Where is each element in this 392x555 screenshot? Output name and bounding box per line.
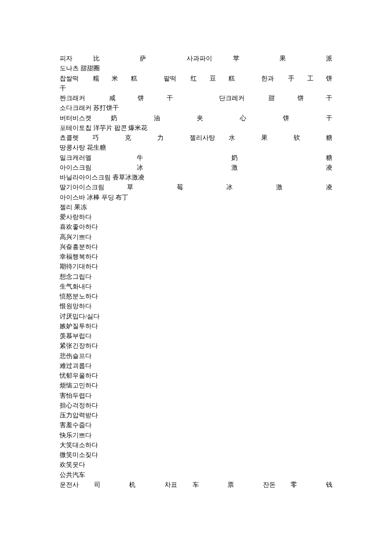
text-line: 쵸콜렛 巧 克 力 젤리사탕 水 果 软 糖	[60, 133, 332, 143]
text-line: 피자 比 萨 사과파이 苹 果 派	[60, 54, 332, 64]
text-line: 젤리 果冻	[60, 202, 332, 212]
text-line: 微笑미소짖다	[60, 450, 332, 460]
text-line: 兴奋흥분하다	[60, 242, 332, 252]
text-line: 아이스크림 冰 激 凌	[60, 163, 332, 173]
text-line: 땅콩사탕 花生糖	[60, 143, 332, 153]
text-line: 羡慕부럽다	[60, 331, 332, 341]
text-line: 悲伤슬프다	[60, 351, 332, 361]
text-line: 幸福행복하다	[60, 252, 332, 262]
text-line: 想念그립다	[60, 272, 332, 282]
text-line: 烦恼고민하다	[60, 381, 332, 390]
text-line: 欢笑웃다	[60, 460, 332, 470]
text-line: 生气화내다	[60, 282, 332, 292]
text-line: 喜欢좋아하다	[60, 222, 332, 232]
text-line: 버터비스켓 奶 油 夹 心 饼 干	[60, 113, 332, 123]
text-line: 바닐라아이스크림 香草冰激凌	[60, 173, 332, 182]
text-line: 爱사랑하다	[60, 212, 332, 222]
text-line: 밀크캐러멜 牛 奶 糖	[60, 153, 332, 163]
text-line: 운전사 司 机 차표 车 票 잔돈 零 钱	[60, 480, 332, 490]
text-line: 高兴기쁘다	[60, 232, 332, 242]
document-body: 피자 比 萨 사과파이 苹 果 派도나츠 甜甜圈찹쌀떡 糯米糕 팥떡 红豆糕 한…	[60, 54, 332, 490]
text-line: 期待기대하다	[60, 262, 332, 272]
text-line: 压力압력받다	[60, 410, 332, 420]
text-line: 恨원망하다	[60, 301, 332, 311]
text-line: 찹쌀떡 糯米糕 팥떡 红豆糕 한과 手工饼	[60, 74, 332, 84]
text-line: 难过괴롭다	[60, 361, 332, 371]
text-line: 嫉妒질투하다	[60, 321, 332, 331]
text-line: 快乐기쁘다	[60, 431, 332, 440]
text-line: 소다크래커 苏打饼干	[60, 103, 332, 113]
text-line: 大笑대소하다	[60, 440, 332, 450]
text-line: 害羞수줍다	[60, 420, 332, 430]
text-line: 짠크래커 咸饼干 단크레커 甜饼干	[60, 93, 332, 103]
text-line: 아이스바 冰棒 푸딩 布丁	[60, 193, 332, 202]
document-page: 피자 比 萨 사과파이 苹 果 派도나츠 甜甜圈찹쌀떡 糯米糕 팥떡 红豆糕 한…	[0, 0, 392, 555]
text-line: 害怕두렵다	[60, 391, 332, 401]
text-line: 紧张긴장하다	[60, 341, 332, 351]
text-line: 딸기아이스크림 草 莓 冰 激 凌	[60, 182, 332, 192]
text-line: 愤怒분노하다	[60, 292, 332, 301]
text-line: 公共汽车	[60, 470, 332, 480]
text-line: 포테이토칩 洋芋片 팝콘 爆米花	[60, 123, 332, 133]
text-line: 讨厌밉다/싫다	[60, 312, 332, 321]
text-line: 도나츠 甜甜圈	[60, 64, 332, 73]
text-line: 担心걱정하다	[60, 401, 332, 410]
text-line: 忧郁우울하다	[60, 371, 332, 381]
text-line: 干	[60, 84, 332, 93]
